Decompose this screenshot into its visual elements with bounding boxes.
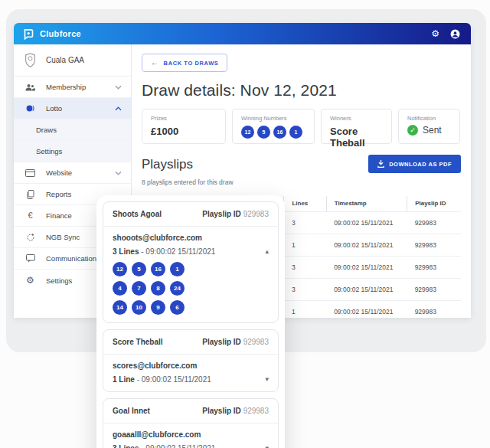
settings-gear-icon[interactable]: ⚙ (431, 29, 439, 38)
playslip-id-value: 929983 (243, 407, 269, 415)
clubforce-logo-icon (23, 28, 34, 40)
winner-name: Score Theball (330, 126, 383, 149)
number-ball: 1 (170, 262, 185, 276)
notification-status: Sent (423, 125, 442, 136)
expand-icon[interactable]: ▾ (265, 376, 269, 383)
playslip-card-score-theball: Score Theball Playslip ID 929983 scores@… (103, 329, 279, 392)
winners-card: Winners Score Theball (321, 109, 392, 144)
page: Clubforce ⚙ Cuala GAA (0, 0, 490, 448)
player-email: scores@clubforce.com (113, 361, 269, 370)
playslip-card-goal-innet: Goal Innet Playslip ID 929983 goaaalll@c… (103, 398, 279, 448)
back-arrow-icon: ← (151, 59, 159, 67)
number-ball: 24 (170, 281, 185, 296)
played-numbers: 12 5 16 1 4 7 8 24 14 10 9 (113, 262, 269, 315)
report-icon (24, 190, 36, 199)
number-ball: 12 (113, 262, 127, 276)
expand-icon[interactable]: ▾ (265, 445, 269, 448)
column-lines: Lines (284, 196, 326, 211)
prizes-card: Prizes £1000 (142, 109, 226, 144)
sidebar-item-lotto[interactable]: Lotto (14, 98, 131, 119)
player-email: goaaalll@clubforce.com (113, 430, 269, 439)
chat-icon (24, 254, 36, 263)
number-ball: 9 (151, 300, 165, 315)
chevron-down-icon (115, 85, 122, 90)
column-playslip-id: Playslip ID (407, 196, 461, 211)
number-ball: 4 (113, 281, 127, 296)
club-selector[interactable]: Cuala GAA (14, 44, 131, 77)
back-to-draws-button[interactable]: ← BACK TO DRAWS (142, 54, 227, 72)
player-name: Score Theball (113, 338, 163, 346)
number-ball: 16 (151, 262, 165, 276)
sidebar-item-lotto-settings[interactable]: Settings (14, 141, 131, 162)
download-as-pdf-button[interactable]: DOWNLOAD AS PDF (368, 155, 461, 173)
collapse-icon[interactable]: ▴ (265, 248, 269, 255)
sync-icon (24, 233, 36, 242)
number-ball: 7 (132, 281, 146, 296)
sidebar-item-draws[interactable]: Draws (14, 119, 131, 141)
brand-logo: Clubforce (23, 28, 81, 40)
check-icon: ✓ (407, 125, 418, 136)
playslip-id-value: 929983 (243, 210, 269, 218)
page-title: Draw details: Nov 12, 2021 (142, 81, 461, 100)
user-account-icon[interactable] (450, 29, 460, 39)
lotto-ball-icon (24, 103, 36, 113)
club-name: Cuala GAA (46, 56, 84, 64)
prizes-value: £1000 (151, 126, 217, 137)
number-ball: 14 (113, 300, 127, 315)
number-ball: 1 (289, 126, 302, 139)
number-ball: 5 (257, 126, 270, 139)
number-ball: 10 (132, 300, 146, 315)
app-header: Clubforce ⚙ (14, 23, 471, 44)
player-email: shooots@clubforce.com (113, 234, 269, 242)
winning-numbers-card: Winning Numbers 12 5 16 1 (232, 109, 315, 144)
sidebar-item-membership[interactable]: Membership (14, 77, 131, 98)
playslip-card-shoots-agoal: Shoots Agoal Playslip ID 929983 shooots@… (103, 201, 279, 323)
player-name: Shoots Agoal (113, 210, 162, 218)
number-ball: 5 (132, 262, 146, 276)
brand-name: Clubforce (40, 29, 81, 38)
people-icon (24, 83, 36, 91)
sidebar-item-website[interactable]: Website (14, 162, 131, 184)
number-ball: 8 (151, 281, 165, 296)
playslips-subtitle: 8 playslips entered for this draw (142, 178, 461, 186)
chevron-up-icon (115, 106, 122, 111)
winning-numbers: 12 5 16 1 (241, 126, 305, 139)
euro-icon: € (24, 211, 36, 220)
column-timestamp: Timestamp (326, 196, 407, 211)
gear-icon: ⚙ (24, 276, 36, 285)
player-name: Goal Innet (113, 407, 150, 415)
chevron-down-icon (115, 171, 122, 175)
download-icon (377, 160, 384, 168)
browser-icon (24, 169, 36, 177)
playslip-id-value: 929983 (243, 338, 269, 346)
playslip-detail-popup: Shoots Agoal Playslip ID 929983 shooots@… (96, 195, 285, 448)
notification-card: Notification ✓ Sent (398, 109, 460, 144)
number-ball: 16 (273, 126, 286, 139)
number-ball: 6 (170, 300, 185, 315)
club-crest-icon (24, 53, 36, 67)
summary-cards: Prizes £1000 Winning Numbers 12 5 16 1 (142, 109, 461, 144)
number-ball: 12 (241, 126, 254, 139)
